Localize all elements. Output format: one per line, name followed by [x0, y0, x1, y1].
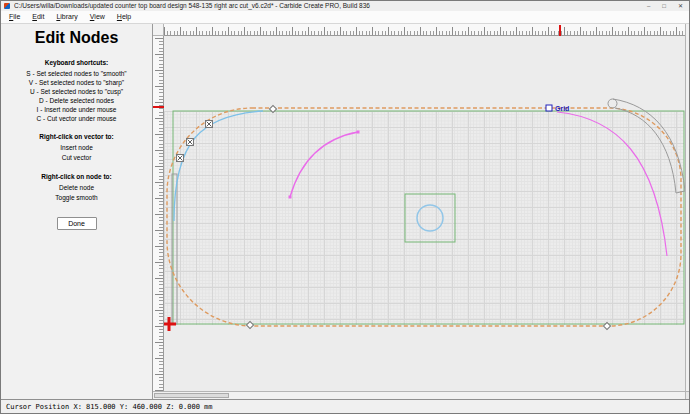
panel-title: Edit Nodes	[1, 29, 152, 47]
magenta-arc-end-node[interactable]	[357, 131, 360, 134]
shortcut-delete: D - Delete selected nodes	[1, 96, 152, 105]
close-icon[interactable]: ✕	[678, 1, 683, 11]
origin-marker-icon	[164, 317, 176, 331]
vector-action-cut-vector: Cut vector	[1, 153, 152, 163]
menu-view[interactable]: View	[84, 11, 111, 23]
window-controls: – □ ✕	[647, 1, 683, 11]
board-outline-vector[interactable]	[167, 108, 681, 326]
menu-edit[interactable]: Edit	[26, 11, 50, 23]
drawing-viewport[interactable]: Grid	[164, 36, 685, 391]
shortcut-insert: I - Insert node under mouse	[1, 105, 152, 114]
node-actions-header: Right-click on node to:	[1, 173, 152, 180]
horizontal-ruler	[164, 24, 685, 36]
shortcut-smooth: S - Set selected nodes to "smooth"	[1, 69, 152, 78]
maximize-icon[interactable]: □	[662, 1, 666, 11]
node-selected-2[interactable]	[187, 139, 194, 146]
vector-action-insert-node: Insert node	[1, 143, 152, 153]
canvas-area: Grid	[153, 24, 690, 399]
vector-layer: Grid	[164, 36, 685, 391]
node-diamond-bottom-left[interactable]	[246, 321, 253, 328]
minimize-icon[interactable]: –	[647, 1, 650, 11]
corner-toolpath-curve[interactable]	[174, 111, 263, 221]
window-title: C:/Users/willa/Downloads/updated counter…	[14, 1, 647, 11]
shortcut-sharp: V - Set selected nodes to "sharp"	[1, 78, 152, 87]
title-bar: C:/Users/willa/Downloads/updated counter…	[1, 1, 689, 11]
status-bar: Cursor Position X: 815.000 Y: 460.000 Z:…	[1, 399, 689, 414]
horizontal-scrollbar[interactable]	[153, 391, 685, 399]
cursor-snap-node	[546, 105, 552, 111]
cursor-x-indicator	[559, 25, 561, 36]
shortcuts-header: Keyboard shortcuts:	[1, 59, 152, 66]
horizontal-scrollbar-thumb[interactable]	[154, 393, 229, 398]
cursor-position-readout: Cursor Position X: 815.000 Y: 460.000 Z:…	[6, 400, 689, 414]
vertical-ruler	[153, 36, 164, 391]
menu-bar: File Edit Library View Help	[1, 11, 689, 24]
node-selected-1[interactable]	[177, 155, 184, 162]
menu-help[interactable]: Help	[111, 11, 137, 23]
ruler-corner	[153, 24, 164, 36]
right-arc-magenta-vector[interactable]	[557, 112, 667, 256]
shortcut-cut: C - Cut vector under mouse	[1, 114, 152, 123]
done-button[interactable]: Done	[57, 217, 97, 230]
selection-bounds-rect[interactable]	[173, 111, 684, 324]
node-action-toggle-smooth: Toggle smooth	[1, 193, 152, 203]
scrollbar-corner	[685, 391, 690, 399]
center-circle-vector[interactable]	[417, 205, 443, 231]
app-window: C:/Users/willa/Downloads/updated counter…	[0, 0, 690, 414]
shortcut-cusp: U - Set selected nodes to "cusp"	[1, 87, 152, 96]
magenta-arc-start-node[interactable]	[289, 196, 292, 199]
node-selected-3[interactable]	[206, 121, 213, 128]
edit-nodes-panel: Edit Nodes Keyboard shortcuts: S - Set s…	[1, 24, 153, 399]
center-square-vector[interactable]	[405, 194, 455, 242]
grid-snap-tooltip: Grid	[555, 105, 569, 112]
vertical-scrollbar[interactable]	[685, 24, 690, 391]
gray-arc-end-cap[interactable]	[608, 99, 617, 108]
app-icon	[4, 3, 10, 9]
magenta-arc-vector[interactable]	[290, 132, 358, 197]
menu-library[interactable]: Library	[50, 11, 83, 23]
node-action-delete: Delete node	[1, 183, 152, 193]
vector-actions-header: Right-click on vector to:	[1, 133, 152, 140]
menu-file[interactable]: File	[3, 11, 26, 23]
